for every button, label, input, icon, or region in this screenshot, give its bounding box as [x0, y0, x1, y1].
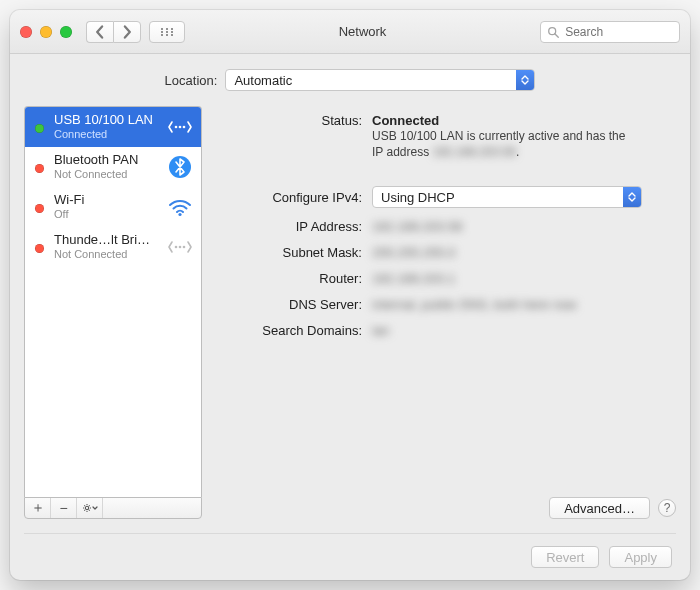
- status-dot-icon: [35, 124, 44, 133]
- window-title: Network: [193, 24, 532, 39]
- service-status: Off: [54, 208, 157, 221]
- svg-point-7: [166, 33, 168, 35]
- status-desc-ip-blurred: 192.168.203.58: [432, 145, 515, 159]
- detail-row-label: IP Address:: [216, 216, 372, 234]
- svg-point-5: [171, 30, 173, 32]
- svg-point-17: [179, 246, 182, 249]
- status-desc-line2-suffix: .: [516, 145, 519, 159]
- apply-button-label: Apply: [624, 550, 657, 565]
- back-button[interactable]: [86, 21, 113, 43]
- ethernet-off-icon: [167, 234, 193, 260]
- status-dot-icon: [35, 164, 44, 173]
- sidebar-footer-spacer: [103, 498, 201, 518]
- add-service-button[interactable]: ＋: [25, 498, 51, 518]
- svg-point-11: [175, 126, 178, 129]
- svg-line-10: [555, 33, 558, 36]
- detail-row: Router:192.168.203.1: [216, 264, 676, 290]
- status-dot-icon: [35, 244, 44, 253]
- detail-row-value: 192.168.203.58: [372, 216, 676, 234]
- detail-row-label: DNS Server:: [216, 294, 372, 312]
- chevron-right-icon: [120, 25, 134, 39]
- detail-row-label: Search Domains:: [216, 320, 372, 338]
- search-field[interactable]: [540, 21, 680, 43]
- grid-icon: [160, 25, 174, 39]
- service-actions-menu[interactable]: [77, 498, 103, 518]
- service-item-bluetooth[interactable]: Bluetooth PANNot Connected: [25, 147, 201, 187]
- svg-point-1: [166, 27, 168, 29]
- service-status: Connected: [54, 128, 157, 141]
- svg-point-4: [166, 30, 168, 32]
- service-labels: Bluetooth PANNot Connected: [54, 153, 157, 181]
- close-window-button[interactable]: [20, 26, 32, 38]
- gear-dropdown-icon: [81, 502, 99, 514]
- remove-service-button[interactable]: −: [51, 498, 77, 518]
- service-list-footer: ＋ −: [24, 497, 202, 519]
- service-item-ethernet-off[interactable]: Thunde…lt BridgeNot Connected: [25, 227, 201, 267]
- detail-row: DNS Server:internal, public DNS, both he…: [216, 290, 676, 316]
- detail-row-label: Subnet Mask:: [216, 242, 372, 260]
- advanced-button-label: Advanced…: [564, 501, 635, 516]
- help-button[interactable]: ?: [658, 499, 676, 517]
- main-split: USB 10/100 LANConnectedBluetooth PANNot …: [10, 106, 690, 533]
- service-list: USB 10/100 LANConnectedBluetooth PANNot …: [24, 106, 202, 497]
- nav-back-forward: [86, 21, 141, 43]
- svg-point-3: [161, 30, 163, 32]
- detail-pane: Status: Connected USB 10/100 LAN is curr…: [216, 106, 676, 519]
- search-icon: [547, 25, 559, 39]
- network-prefpane-window: Network Location: Automatic USB 10/100 L…: [10, 10, 690, 580]
- service-name: Wi-Fi: [54, 193, 157, 208]
- service-status: Not Connected: [54, 248, 157, 261]
- minimize-window-button[interactable]: [40, 26, 52, 38]
- titlebar: Network: [10, 10, 690, 54]
- status-label: Status:: [216, 110, 372, 128]
- detail-row: Subnet Mask:255.255.255.0: [216, 238, 676, 264]
- location-label: Location:: [165, 73, 218, 88]
- zoom-window-button[interactable]: [60, 26, 72, 38]
- wifi-icon: [167, 194, 193, 220]
- svg-point-13: [183, 126, 186, 129]
- status-dot-icon: [35, 204, 44, 213]
- forward-button[interactable]: [113, 21, 141, 43]
- status-desc-line1: USB 10/100 LAN is currently active and h…: [372, 129, 625, 143]
- show-all-prefs-button[interactable]: [149, 21, 185, 43]
- configure-label: Configure IPv4:: [216, 190, 372, 205]
- ethernet-icon: [167, 114, 193, 140]
- location-dropdown[interactable]: Automatic: [225, 69, 535, 91]
- configure-value: Using DHCP: [373, 190, 463, 205]
- service-name: Thunde…lt Bridge: [54, 233, 157, 248]
- status-row: Status: Connected USB 10/100 LAN is curr…: [216, 106, 676, 164]
- location-row: Location: Automatic: [10, 54, 690, 106]
- status-description: USB 10/100 LAN is currently active and h…: [372, 128, 676, 160]
- service-name: USB 10/100 LAN: [54, 113, 157, 128]
- service-labels: Thunde…lt BridgeNot Connected: [54, 233, 157, 261]
- stepper-arrows-icon: [623, 187, 641, 207]
- advanced-button[interactable]: Advanced…: [549, 497, 650, 519]
- detail-row-value: 255.255.255.0: [372, 242, 676, 260]
- svg-point-6: [161, 33, 163, 35]
- service-status: Not Connected: [54, 168, 157, 181]
- svg-point-15: [178, 213, 181, 216]
- configure-ipv4-dropdown[interactable]: Using DHCP: [372, 186, 642, 208]
- apply-button[interactable]: Apply: [609, 546, 672, 568]
- svg-point-8: [171, 33, 173, 35]
- detail-row-label: Router:: [216, 268, 372, 286]
- configure-row: Configure IPv4: Using DHCP: [216, 182, 676, 212]
- svg-point-19: [85, 506, 88, 509]
- svg-point-0: [161, 27, 163, 29]
- service-item-ethernet[interactable]: USB 10/100 LANConnected: [25, 107, 201, 147]
- stepper-arrows-icon: [516, 70, 534, 90]
- detail-row-value: lan: [372, 320, 676, 338]
- service-labels: USB 10/100 LANConnected: [54, 113, 157, 141]
- traffic-lights: [20, 26, 72, 38]
- bluetooth-icon: [167, 154, 193, 180]
- detail-row-value: internal, public DNS, both here now: [372, 294, 676, 312]
- detail-bottom-row: Advanced… ?: [216, 489, 676, 519]
- status-desc-line2-prefix: IP address: [372, 145, 432, 159]
- search-input[interactable]: [563, 24, 673, 40]
- detail-value-rows: IP Address:192.168.203.58Subnet Mask:255…: [216, 212, 676, 342]
- detail-row: IP Address:192.168.203.58: [216, 212, 676, 238]
- revert-button[interactable]: Revert: [531, 546, 599, 568]
- service-item-wifi[interactable]: Wi-FiOff: [25, 187, 201, 227]
- svg-point-2: [171, 27, 173, 29]
- chevron-left-icon: [93, 25, 107, 39]
